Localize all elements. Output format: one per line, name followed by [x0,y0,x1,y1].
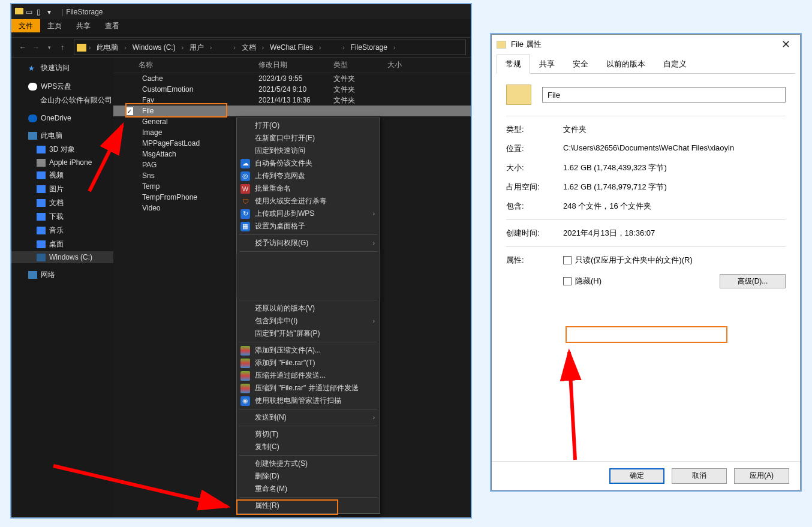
sidebar-network[interactable]: 网络 [11,268,113,282]
table-row[interactable]: CustomEmotion2021/5/24 9:10文件夹 [113,84,471,95]
sidebar-documents[interactable]: 文档 [11,196,113,210]
sidebar-this-pc[interactable]: 此电脑 [11,129,113,143]
shield-icon: 🛡 [240,197,250,206]
tab-general[interactable]: 常规 [497,55,530,74]
menu-zip-email[interactable]: 压缩并通过邮件发送... [237,369,380,382]
cube-icon [37,146,46,153]
menu-zip-email-file[interactable]: 压缩到 "File.rar" 并通过邮件发送 [237,382,380,395]
tab-file[interactable]: 文件 [11,19,40,32]
nav-up[interactable]: ↑ [56,41,69,54]
menu-restore-versions[interactable]: 还原以前的版本(V) [237,302,380,315]
wps-icon: W [240,184,250,194]
cloud-icon: ☁ [240,159,250,168]
value-type: 文件夹 [563,124,786,135]
value-size-on-disk: 1.62 GB (1,748,979,712 字节) [563,182,786,192]
column-name[interactable]: 名称 [139,60,258,70]
hidden-checkbox[interactable] [563,277,572,285]
menu-add-archive[interactable]: 添加到压缩文件(A)... [237,344,380,357]
table-row[interactable]: ✓File [113,106,471,116]
tab-previous-versions[interactable]: 以前的版本 [597,55,654,74]
apply-button[interactable]: 应用(A) [734,468,789,484]
desktop-icon [37,240,46,248]
menu-send-to[interactable]: 发送到(N)› [237,411,380,424]
table-row[interactable]: Fav2021/4/13 18:36文件夹 [113,95,471,106]
menu-cut[interactable]: 剪切(T) [237,428,380,441]
chevron-right-icon: › [373,240,375,246]
menu-batch-rename[interactable]: W批量重命名 [237,182,380,195]
filename-input[interactable] [542,87,786,103]
menu-open[interactable]: 打开(O) [237,119,380,132]
menu-auto-backup[interactable]: ☁自动备份该文件夹 [237,157,380,170]
address-bar[interactable]: › 此电脑› Windows (C:)› 用户› › 文档› WeChat Fi… [74,40,466,55]
shield-icon: ◉ [240,396,250,406]
column-date[interactable]: 修改日期 [258,60,333,70]
column-headers[interactable]: 名称 修改日期 类型 大小 [113,58,471,73]
table-row[interactable]: Cache2023/1/3 9:55文件夹 [113,73,471,84]
breadcrumb[interactable]: 此电脑 [93,43,122,53]
menu-lenovo-scan[interactable]: ◉使用联想电脑管家进行扫描 [237,395,380,407]
nav-recent[interactable]: ▾ [43,41,56,54]
menu-grant-access[interactable]: 授予访问权限(G)› [237,237,380,249]
sidebar-iphone[interactable]: Apple iPhone [11,156,113,168]
separator: | [62,8,64,16]
sidebar-kingsoft[interactable]: 金山办公软件有限公司 [11,94,113,107]
menu-pin-start[interactable]: 固定到"开始"屏幕(P) [237,327,380,340]
close-button[interactable]: ✕ [777,38,795,51]
menu-rename[interactable]: 重命名(M) [237,483,380,495]
menu-desk-grid[interactable]: ▦设置为桌面格子 [237,220,380,233]
ok-button[interactable]: 确定 [609,468,664,484]
nav-forward[interactable]: → [29,41,43,54]
dialog-buttons: 确定 取消 应用(A) [492,461,800,490]
menu-add-filerar[interactable]: 添加到 "File.rar"(T) [237,357,380,369]
sidebar-c-drive[interactable]: Windows (C:) [11,251,113,263]
breadcrumb[interactable]: FileStorage [347,43,391,52]
value-created: 2021年4月13日，18:36:07 [563,228,786,239]
dropdown-icon[interactable]: ▾ [47,8,56,16]
tab-home[interactable]: 主页 [40,19,69,32]
ribbon-tabs: 文件 主页 共享 查看 [11,19,471,32]
menu-wps-sync[interactable]: ↻上传或同步到WPS› [237,207,380,220]
value-location: C:\Users\82656\Documents\WeChat Files\xi… [563,143,786,154]
menu-create-shortcut[interactable]: 创建快捷方式(S) [237,457,380,470]
value-size: 1.62 GB (1,748,439,323 字节) [563,162,786,173]
menu-huorong-scan[interactable]: 🛡使用火绒安全进行杀毒 [237,195,380,207]
download-icon [37,213,46,221]
file-list-pane: 名称 修改日期 类型 大小 Cache2023/1/3 9:55文件夹Custo… [113,58,471,517]
cancel-button[interactable]: 取消 [672,468,727,484]
breadcrumb[interactable]: WeChat Files [266,43,317,52]
column-type[interactable]: 类型 [333,60,387,70]
context-menu: 打开(O) 在新窗口中打开(E) 固定到快速访问 ☁自动备份该文件夹 ◎上传到夸… [236,118,380,514]
sidebar-videos[interactable]: 视频 [11,168,113,182]
tab-security[interactable]: 安全 [564,55,597,74]
advanced-button[interactable]: 高级(D)... [720,274,786,288]
menu-pin-quick-access[interactable]: 固定到快速访问 [237,144,380,157]
tab-view[interactable]: 查看 [98,19,127,32]
breadcrumb[interactable]: Windows (C:) [129,43,179,52]
menu-properties[interactable]: 属性(R) [237,499,380,512]
tab-custom[interactable]: 自定义 [654,55,696,74]
document-icon [37,199,46,207]
navigation-pane: 快速访问 WPS云盘 金山办公软件有限公司 OneDrive 此电脑 3D 对象… [11,58,113,517]
value-contains: 248 个文件，16 个文件夹 [563,201,786,212]
sidebar-wps-cloud[interactable]: WPS云盘 [11,80,113,94]
nav-back[interactable]: ← [16,41,29,54]
sidebar-3d-objects[interactable]: 3D 对象 [11,143,113,156]
column-size[interactable]: 大小 [387,60,423,70]
sidebar-pictures[interactable]: 图片 [11,182,113,196]
breadcrumb[interactable]: 文档 [238,43,260,53]
readonly-checkbox[interactable] [563,256,572,264]
menu-open-new-window[interactable]: 在新窗口中打开(E) [237,132,380,144]
dialog-title: File 属性 [511,39,542,50]
sidebar-downloads[interactable]: 下载 [11,210,113,224]
sidebar-quick-access[interactable]: 快速访问 [11,61,113,75]
tab-share[interactable]: 共享 [69,19,98,32]
tab-share[interactable]: 共享 [530,55,564,74]
menu-delete[interactable]: 删除(D) [237,470,380,483]
sidebar-onedrive[interactable]: OneDrive [11,112,113,124]
menu-upload-quark[interactable]: ◎上传到夸克网盘 [237,170,380,182]
sidebar-music[interactable]: 音乐 [11,224,113,237]
menu-include-library[interactable]: 包含到库中(I)› [237,315,380,327]
sidebar-desktop[interactable]: 桌面 [11,237,113,251]
menu-copy[interactable]: 复制(C) [237,441,380,453]
breadcrumb[interactable]: 用户 [186,43,207,53]
